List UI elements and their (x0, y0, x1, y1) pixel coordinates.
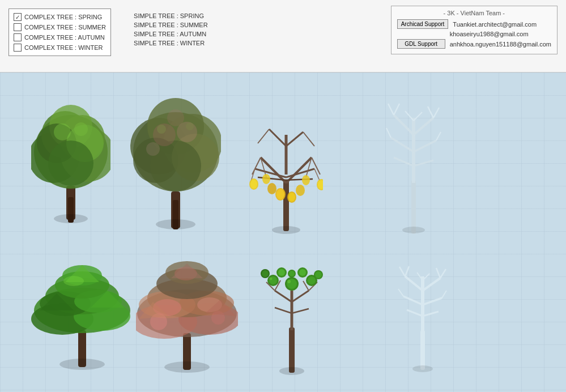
list-item-simple-summer[interactable]: SIMPLE TREE : SUMMER (134, 20, 224, 29)
svg-point-13 (74, 122, 88, 136)
contact-panel: - 3K - VietNam Team - Archicad Support T… (391, 6, 558, 54)
svg-line-114 (292, 291, 309, 302)
tree-simple-summer-svg (136, 240, 238, 376)
svg-line-115 (275, 308, 292, 313)
svg-line-150 (440, 269, 446, 278)
svg-point-53 (276, 189, 284, 199)
svg-point-55 (288, 193, 295, 202)
svg-line-72 (433, 108, 439, 118)
svg-line-32 (255, 169, 286, 177)
gdl-support-row: GDL Support anhkhoa.nguyen151188@gmail.c… (397, 39, 551, 49)
svg-line-141 (405, 276, 423, 291)
complex-summer-label: COMPLEX TREE : SUMMER (24, 24, 106, 31)
svg-line-113 (275, 291, 292, 302)
svg-point-132 (299, 269, 306, 276)
svg-line-151 (398, 289, 403, 296)
svg-point-28 (157, 125, 166, 134)
tree-simple-autumn (261, 245, 323, 381)
main-canvas (0, 73, 566, 392)
svg-point-26 (167, 109, 184, 126)
svg-point-79 (59, 359, 105, 370)
tree-simple-winter (397, 240, 448, 376)
simple-winter-label: SIMPLE TREE : WINTER (134, 40, 205, 46)
svg-point-134 (315, 271, 322, 278)
svg-point-57 (302, 175, 310, 185)
team-title: - 3K - VietNam Team - (397, 10, 551, 16)
tree-complex-summer (130, 78, 221, 237)
svg-line-116 (292, 309, 309, 313)
svg-point-27 (146, 142, 160, 156)
tree-simple-winter-svg (397, 240, 448, 376)
checkbox-complex-autumn[interactable] (14, 33, 22, 41)
svg-point-93 (164, 361, 210, 373)
svg-line-74 (436, 132, 441, 140)
svg-point-12 (54, 123, 71, 140)
svg-point-11 (48, 140, 93, 186)
svg-line-65 (391, 138, 414, 152)
svg-rect-110 (289, 327, 295, 373)
svg-line-148 (405, 266, 409, 276)
svg-line-47 (303, 132, 314, 146)
svg-line-152 (442, 291, 446, 298)
archicad-email: Tuankiet.architect@gmail.com (453, 21, 537, 28)
gdl-support-button[interactable]: GDL Support (397, 39, 445, 49)
svg-point-77 (402, 227, 425, 233)
tree-complex-winter (385, 84, 442, 242)
svg-line-40 (252, 157, 261, 174)
svg-line-67 (394, 157, 414, 166)
complex-winter-label: COMPLEX TREE : WINTER (24, 44, 103, 51)
list-item-simple-spring[interactable]: SIMPLE TREE : SPRING (134, 11, 224, 20)
list-item-complex-spring[interactable]: COMPLEX TREE : SPRING (14, 12, 106, 22)
svg-line-146 (423, 312, 439, 316)
svg-line-64 (414, 118, 433, 135)
svg-point-91 (63, 276, 84, 286)
svg-line-71 (428, 106, 433, 118)
checkbox-complex-winter[interactable] (14, 44, 22, 52)
svg-line-145 (407, 310, 423, 316)
svg-rect-30 (283, 180, 289, 231)
tree-complex-winter-svg (385, 84, 442, 242)
svg-point-60 (272, 226, 300, 234)
tree-simple-summer (136, 240, 238, 376)
svg-rect-61 (411, 180, 416, 234)
archicad-support-button[interactable]: Archicad Support (397, 19, 449, 29)
simple-tree-list: SIMPLE TREE : SPRING SIMPLE TREE : SUMME… (134, 8, 224, 50)
svg-point-2 (54, 214, 88, 223)
list-item-simple-autumn[interactable]: SIMPLE TREE : AUTUMN (134, 29, 224, 39)
svg-point-16 (156, 219, 195, 229)
svg-line-76 (414, 112, 422, 121)
list-item-simple-winter[interactable]: SIMPLE TREE : WINTER (134, 39, 224, 48)
complex-tree-list: COMPLEX TREE : SPRING COMPLEX TREE : SUM… (8, 8, 111, 56)
tree-complex-autumn (249, 90, 323, 242)
svg-rect-139 (420, 330, 425, 370)
svg-line-69 (388, 104, 394, 115)
complex-autumn-label: COMPLEX TREE : AUTUMN (24, 34, 105, 41)
svg-line-46 (258, 129, 269, 143)
svg-point-59 (296, 185, 305, 196)
archicad-support-row: Archicad Support Tuankiet.architect@gmai… (397, 19, 551, 29)
simple-summer-label: SIMPLE TREE : SUMMER (134, 22, 208, 28)
svg-line-73 (386, 128, 391, 138)
checkbox-complex-summer[interactable] (14, 23, 22, 31)
tree-simple-autumn-svg (261, 245, 323, 381)
tree-complex-autumn-svg (249, 90, 323, 242)
list-item-complex-winter[interactable]: COMPLEX TREE : WINTER (14, 42, 106, 53)
list-item-complex-summer[interactable]: COMPLEX TREE : SUMMER (14, 22, 106, 32)
svg-line-39 (286, 132, 303, 146)
svg-point-136 (289, 271, 295, 276)
svg-line-38 (269, 129, 286, 146)
top-bar: COMPLEX TREE : SPRING COMPLEX TREE : SUM… (0, 0, 566, 73)
tree-complex-spring-svg (31, 84, 110, 231)
svg-point-56 (262, 174, 270, 184)
svg-line-147 (399, 267, 405, 276)
svg-point-126 (308, 276, 316, 284)
svg-line-149 (436, 268, 440, 278)
list-item-complex-autumn[interactable]: COMPLEX TREE : AUTUMN (14, 32, 106, 42)
checkbox-complex-spring[interactable] (14, 13, 22, 21)
tree-simple-spring-svg (31, 242, 133, 373)
svg-point-128 (262, 270, 269, 277)
svg-point-49 (250, 180, 257, 189)
tree-simple-spring (31, 242, 133, 373)
gdl-email2: anhkhoa.nguyen151188@gmail.com (450, 41, 551, 48)
svg-point-58 (267, 183, 276, 194)
